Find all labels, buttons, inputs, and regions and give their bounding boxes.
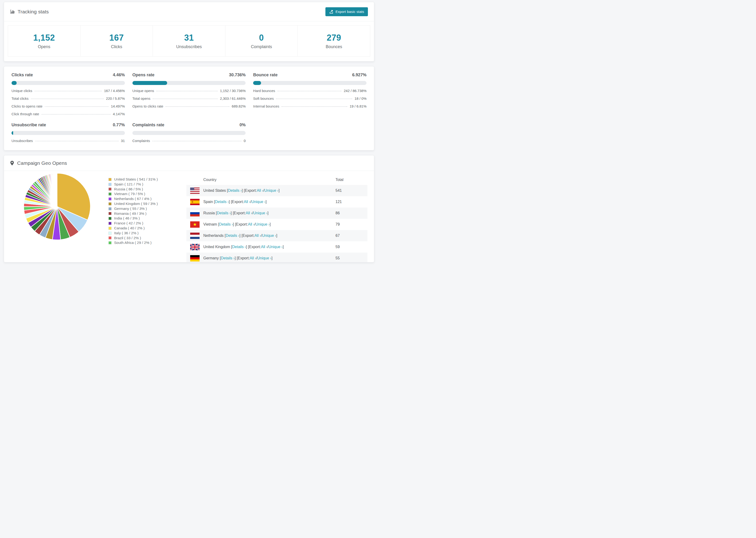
export-unique-link[interactable]: Unique › <box>257 256 271 260</box>
stat-label: Bounces <box>326 44 342 49</box>
legend-swatch <box>108 217 112 220</box>
country-column-header: Country <box>190 178 336 182</box>
legend-item: Germany ( 55 / 3% ) <box>108 206 187 211</box>
bracket-text: ] <box>267 211 268 215</box>
bracket-text: ] [Export: <box>242 188 257 193</box>
rate-value: 0.77% <box>113 123 125 128</box>
legend-label: Russia ( 86 / 5% ) <box>114 187 143 192</box>
bracket-text: ] [Export: <box>246 245 261 249</box>
metric-row: Soft bounces18 / 0% <box>253 96 366 100</box>
details-link[interactable]: Details › <box>226 234 240 238</box>
legend-item: France ( 42 / 2% ) <box>108 221 187 226</box>
metric-row: Complaints0 <box>133 139 246 143</box>
bracket-text: ] [Export: <box>231 211 245 215</box>
total-cell: 86 <box>336 211 364 215</box>
legend-swatch <box>108 232 112 235</box>
geo-table-header: Country Total <box>187 175 367 185</box>
total-cell: 67 <box>336 234 364 238</box>
bracket-text: [ <box>213 200 215 204</box>
geo-table: Country Total United States [Details ›] … <box>187 175 367 262</box>
rate-value: 0% <box>240 123 245 128</box>
export-button-label: Export basic stats <box>336 10 364 14</box>
vn-flag-icon <box>190 221 199 228</box>
export-all-link[interactable]: All › <box>249 256 256 260</box>
export-all-link[interactable]: All › <box>261 245 267 249</box>
dotted-leader <box>45 106 109 107</box>
export-unique-link[interactable]: Unique › <box>262 234 276 238</box>
chart-bars-icon <box>10 9 15 14</box>
details-link[interactable]: Details › <box>232 245 246 249</box>
stat-value: 167 <box>109 33 124 43</box>
stat-value: 1,152 <box>33 33 55 43</box>
geo-table-row: Spain [Details ›] [Export: All › / Uniqu… <box>187 196 367 207</box>
legend-item: United States ( 541 / 31% ) <box>108 177 187 182</box>
legend-label: Canada ( 40 / 2% ) <box>114 226 145 231</box>
bracket-text: ] <box>270 222 271 227</box>
rates-grid: Clicks rate4.46%Unique clicks167 / 4.456… <box>12 73 366 143</box>
dotted-leader <box>152 141 242 141</box>
metric-value: 242 / 86.738% <box>344 89 366 93</box>
metric-row: Unique opens1,152 / 30.736% <box>133 89 246 93</box>
details-link[interactable]: Details › <box>217 211 231 215</box>
export-unique-link[interactable]: Unique › <box>251 200 266 204</box>
export-unique-link[interactable]: Unique › <box>253 211 267 215</box>
metric-label: Complaints <box>133 139 150 143</box>
ru-flag-icon <box>190 210 199 216</box>
export-all-link[interactable]: All › <box>257 188 263 193</box>
summary-stats-row: 1,152Opens167Clicks31Unsubscribes0Compla… <box>8 26 370 57</box>
rate-value: 6.927% <box>352 73 366 78</box>
export-basic-stats-button[interactable]: Export basic stats <box>325 7 368 16</box>
legend-label: Romania ( 49 / 3% ) <box>114 211 146 216</box>
legend-swatch <box>108 178 112 181</box>
export-all-link[interactable]: All › <box>244 200 250 204</box>
country-cell: Spain [Details ›] [Export: All › / Uniqu… <box>190 199 336 205</box>
country-cell: Netherlands [Details ›] [Export: All › /… <box>190 233 336 239</box>
legend-label: France ( 42 / 2% ) <box>114 221 143 226</box>
metric-label: Click through rate <box>12 112 39 116</box>
details-link[interactable]: Details › <box>228 188 242 193</box>
legend-swatch <box>108 202 112 205</box>
country-name: Russia <box>203 211 215 215</box>
metric-row: Internal bounces19 / 6.81% <box>253 104 366 108</box>
export-unique-link[interactable]: Unique › <box>268 245 283 249</box>
details-link[interactable]: Details › <box>219 222 233 227</box>
geo-table-row: Germany [Details ›] [Export: All › / Uni… <box>187 252 367 262</box>
geo-table-row: Vietnam [Details ›] [Export: All › / Uni… <box>187 219 367 230</box>
export-all-link[interactable]: All › <box>254 234 261 238</box>
legend-swatch <box>108 183 112 186</box>
rate-title: Clicks rate <box>12 73 33 78</box>
dotted-leader <box>41 114 111 115</box>
legend-label: South Africa ( 29 / 2% ) <box>114 241 151 245</box>
legend-swatch <box>108 197 112 200</box>
legend-item: Netherlands ( 67 / 4% ) <box>108 196 187 201</box>
export-unique-link[interactable]: Unique › <box>264 188 279 193</box>
rate-block-opens-rate: Opens rate30.736%Unique opens1,152 / 30.… <box>133 73 246 116</box>
geo-table-row: United States [Details ›] [Export: All ›… <box>187 185 367 196</box>
metric-value: 14.497% <box>111 104 125 108</box>
metric-label: Total opens <box>133 96 150 100</box>
rate-head: Opens rate30.736% <box>133 73 246 78</box>
metric-row: Hard bounces242 / 86.738% <box>253 89 366 93</box>
geo-opens-card: Campaign Geo Opens United States ( 541 /… <box>4 155 374 262</box>
legend-label: Germany ( 55 / 3% ) <box>114 206 147 211</box>
legend-item: Italy ( 36 / 2% ) <box>108 231 187 236</box>
geo-pie-chart[interactable] <box>22 171 92 242</box>
page-title: Tracking stats <box>18 9 49 15</box>
export-all-link[interactable]: All › <box>248 222 254 227</box>
geo-opens-title-wrap: Campaign Geo Opens <box>10 160 67 166</box>
geo-opens-header: Campaign Geo Opens <box>4 155 374 171</box>
export-all-link[interactable]: All › <box>246 211 252 215</box>
legend-item: Brazil ( 33 / 2% ) <box>108 236 187 241</box>
details-link[interactable]: Details › <box>221 256 235 260</box>
details-link[interactable]: Details › <box>215 200 229 204</box>
rate-progress-track <box>12 131 125 135</box>
legend-swatch <box>108 192 112 195</box>
rate-block-bounce-rate: Bounce rate6.927%Hard bounces242 / 86.73… <box>253 73 366 116</box>
bracket-text: ] [Export: <box>233 222 248 227</box>
rate-value: 30.736% <box>229 73 245 78</box>
rate-title: Unsubscribe rate <box>12 123 46 128</box>
legend-label: India ( 46 / 3% ) <box>114 216 140 221</box>
country-cell: United States [Details ›] [Export: All ›… <box>190 188 336 194</box>
export-unique-link[interactable]: Unique › <box>255 222 270 227</box>
geo-pie-wrap <box>4 171 108 243</box>
